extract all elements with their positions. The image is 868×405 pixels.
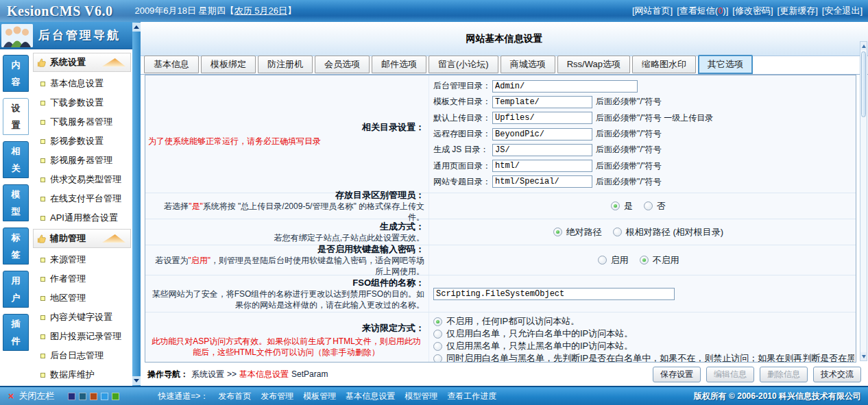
save-settings-button[interactable]: 保存设置 bbox=[653, 367, 701, 382]
sidebar-tab-settings[interactable]: 设置 bbox=[3, 98, 29, 135]
radio-access-both[interactable] bbox=[433, 354, 442, 363]
menu-item[interactable]: 图片投票记录管理 bbox=[32, 327, 132, 346]
sidebar-tab-tags[interactable]: 标签 bbox=[3, 228, 29, 265]
menu-section-title: 辅助管理 bbox=[50, 232, 86, 245]
menu-item[interactable]: 影视服务器管理 bbox=[32, 151, 132, 170]
top-bar: KesionCMS V6.0 2009年6月18日 星期四【农历 5月26日】 … bbox=[0, 0, 868, 22]
edit-info-button[interactable]: 编辑信息 bbox=[706, 367, 754, 382]
lunar-date-link[interactable]: 农历 5月26日 bbox=[234, 5, 287, 16]
breadcrumb-page[interactable]: 基本信息设置 bbox=[239, 369, 289, 380]
tab-rss-wap[interactable]: Rss/Wap选项 bbox=[557, 56, 630, 73]
scroll-up-icon[interactable] bbox=[132, 23, 141, 32]
tab-message-board[interactable]: 留言(小论坛) bbox=[429, 56, 498, 73]
sidebar-tab-users[interactable]: 用户 bbox=[3, 271, 29, 308]
menu-item[interactable]: 供求交易类型管理 bbox=[32, 170, 132, 189]
theme-swatch[interactable] bbox=[112, 393, 119, 400]
change-password-link[interactable]: [修改密码] bbox=[732, 5, 773, 17]
quick-link-basic-info[interactable]: 基本信息设置 bbox=[346, 391, 395, 402]
tab-member-options[interactable]: 会员选项 bbox=[315, 56, 370, 73]
theme-swatch[interactable] bbox=[68, 393, 75, 400]
sms-link[interactable]: [查看短信(0)] bbox=[677, 5, 728, 17]
dir-field-row: 远程存图目录： 后面必须带"/"符号 bbox=[433, 126, 854, 142]
breadcrumb-section[interactable]: 系统设置 bbox=[191, 369, 224, 380]
tab-basic-info[interactable]: 基本信息 bbox=[144, 56, 199, 73]
html-dir-input[interactable] bbox=[492, 160, 592, 172]
menu-item[interactable]: 数据库维护 bbox=[32, 365, 132, 384]
radio-enable[interactable] bbox=[598, 256, 607, 265]
theme-swatch[interactable] bbox=[101, 393, 108, 400]
radio-disable[interactable] bbox=[640, 256, 649, 265]
menu-item[interactable]: API通用整合设置 bbox=[32, 208, 132, 228]
scrollbar-thumb[interactable] bbox=[861, 51, 866, 117]
theme-swatch[interactable] bbox=[79, 393, 86, 400]
remote-pic-dir-input[interactable] bbox=[492, 128, 592, 140]
tab-thumbnail-watermark[interactable]: 缩略图水印 bbox=[632, 56, 696, 73]
template-dir-input[interactable] bbox=[492, 96, 592, 108]
radio-yes[interactable] bbox=[611, 201, 620, 210]
dir-field-label: 网站专题目录： bbox=[433, 176, 492, 188]
quick-link-template-manage[interactable]: 模板管理 bbox=[303, 391, 336, 402]
dir-field-row: 生成 JS 目录： 后面必须带"/"符号 bbox=[433, 142, 854, 158]
sidebar-tab-content[interactable]: 内容 bbox=[3, 55, 29, 92]
theme-swatch[interactable] bbox=[90, 393, 97, 400]
upload-dir-input[interactable] bbox=[492, 112, 592, 124]
radio-no[interactable] bbox=[644, 201, 653, 210]
tech-support-button[interactable]: 技术交流 bbox=[813, 367, 861, 382]
tab-other-options[interactable]: 其它选项 bbox=[698, 55, 753, 74]
menu-section-system-settings[interactable]: 系统设置 bbox=[33, 53, 131, 72]
radio-absolute-path[interactable] bbox=[553, 228, 562, 236]
fso-name-input[interactable] bbox=[433, 288, 675, 300]
dir-field-hint: 后面必须带"/"符号 bbox=[596, 144, 662, 156]
quick-link-work-progress[interactable]: 查看工作进度 bbox=[447, 391, 496, 402]
dir-field-hint: 后面必须带"/"符号 bbox=[596, 128, 662, 140]
quick-link-publish-home[interactable]: 发布首页 bbox=[218, 391, 251, 402]
sidebar: 后台管理导航 内容 设置 相关 模型 标签 用户 插件 系统设置 基本信息设置 … bbox=[0, 22, 141, 386]
js-dir-input[interactable] bbox=[492, 144, 592, 156]
menu-item[interactable]: 作者管理 bbox=[32, 269, 132, 289]
menu-item[interactable]: 地区管理 bbox=[32, 289, 132, 308]
quick-link-model-manage[interactable]: 模型管理 bbox=[405, 391, 437, 402]
sidebar-tab-plugins[interactable]: 插件 bbox=[3, 314, 29, 351]
admin-dir-input[interactable] bbox=[492, 80, 638, 93]
menu-item[interactable]: 下载服务器管理 bbox=[32, 112, 132, 132]
menu-item[interactable]: 在线支付平台管理 bbox=[32, 189, 132, 208]
menu-item-label: 后台日志管理 bbox=[50, 349, 104, 362]
menu-item[interactable]: 基本信息设置 bbox=[32, 74, 132, 93]
bullet-icon bbox=[40, 334, 45, 339]
radio-access-whitelist[interactable] bbox=[433, 330, 442, 339]
radio-access-none[interactable] bbox=[433, 317, 442, 326]
menu-section-auxiliary[interactable]: 辅助管理 bbox=[33, 229, 131, 248]
scroll-down-icon[interactable] bbox=[132, 376, 141, 385]
special-dir-input[interactable] bbox=[492, 175, 592, 188]
field-label: 存放目录区别管理员： bbox=[148, 190, 424, 201]
delete-info-button[interactable]: 删除信息 bbox=[760, 367, 808, 382]
menu-item[interactable]: 后台日志管理 bbox=[32, 346, 132, 365]
sidebar-tab-label: 设置 bbox=[11, 99, 21, 134]
sidebar-tab-label: 内容 bbox=[11, 56, 21, 90]
menu-item[interactable]: 内容关键字设置 bbox=[32, 308, 132, 327]
logout-link[interactable]: [安全退出] bbox=[822, 5, 863, 17]
sidebar-tab-model[interactable]: 模型 bbox=[3, 184, 29, 221]
radio-root-relative-path[interactable] bbox=[613, 228, 622, 236]
sidebar-scrollbar[interactable] bbox=[132, 22, 141, 386]
refresh-cache-link[interactable]: [更新缓存] bbox=[777, 5, 818, 17]
date-text: 2009年6月18日 星期四【 bbox=[134, 5, 234, 16]
sidebar-tab-related[interactable]: 相关 bbox=[3, 141, 29, 178]
menu-item[interactable]: 下载参数设置 bbox=[32, 93, 132, 112]
site-home-link[interactable]: [网站首页] bbox=[632, 5, 673, 17]
close-sidebar-button[interactable]: × 关闭左栏 bbox=[8, 390, 54, 402]
tab-template-bind[interactable]: 模板绑定 bbox=[201, 56, 256, 73]
quick-channel-label: 快速通道=>： bbox=[158, 391, 208, 402]
breadcrumb-separator: >> bbox=[227, 369, 237, 379]
menu-item[interactable]: 影视参数设置 bbox=[32, 132, 132, 151]
main-scrollbar[interactable] bbox=[860, 41, 867, 361]
radio-access-blacklist[interactable] bbox=[433, 342, 442, 351]
directories-warning-text: 为了使系统能够正常运行，请务必正确填写目录 bbox=[148, 136, 424, 147]
scroll-down-icon[interactable] bbox=[860, 352, 867, 360]
tab-anti-register[interactable]: 防注册机 bbox=[258, 56, 313, 73]
tab-mail-options[interactable]: 邮件选项 bbox=[372, 56, 426, 73]
menu-item[interactable]: 来源管理 bbox=[32, 250, 132, 269]
quick-link-publish-manage[interactable]: 发布管理 bbox=[261, 391, 293, 402]
scroll-up-icon[interactable] bbox=[860, 42, 867, 50]
tab-shop-options[interactable]: 商城选项 bbox=[501, 56, 555, 73]
